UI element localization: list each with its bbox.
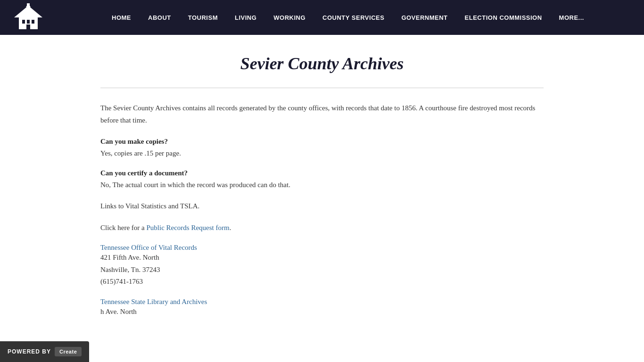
nav-county-services[interactable]: COUNTY SERVICES xyxy=(314,14,393,21)
powered-by-banner[interactable]: POWERED BY Create xyxy=(0,341,89,362)
svg-rect-5 xyxy=(32,20,34,24)
nav-about[interactable]: ABOUT xyxy=(140,14,180,21)
public-records-section: Click here for a Public Records Request … xyxy=(100,222,544,234)
svg-rect-7 xyxy=(26,25,30,29)
faq-copies: Can you make copies? Yes, copies are .15… xyxy=(100,138,544,160)
powered-by-label: POWERED BY xyxy=(8,348,51,355)
svg-marker-3 xyxy=(26,3,31,7)
horizontal-divider xyxy=(100,88,544,88)
tsla-link[interactable]: Tennessee State Library and Archives xyxy=(100,298,207,305)
vital-records-address1: 421 Fifth Ave. North xyxy=(100,252,544,264)
vital-records-address2: Nashville, Tn. 37243 xyxy=(100,264,544,276)
faq-certify-answer: No, The actual court in which the record… xyxy=(100,179,544,191)
navigation: HOME ABOUT TOURISM LIVING WORKING COUNTY… xyxy=(0,0,644,35)
public-records-suffix: . xyxy=(230,224,231,231)
vital-records-phone: (615)741-1763 xyxy=(100,276,544,288)
nav-government[interactable]: GOVERNMENT xyxy=(393,14,456,21)
faq-copies-question: Can you make copies? xyxy=(100,138,544,146)
public-records-link[interactable]: Public Records Request form xyxy=(146,224,229,231)
svg-rect-6 xyxy=(27,20,30,24)
nav-more[interactable]: MORE... xyxy=(551,14,593,21)
public-records-prefix: Click here for a xyxy=(100,224,146,231)
public-records-text: Click here for a Public Records Request … xyxy=(100,222,544,234)
intro-paragraph: The Sevier County Archives contains all … xyxy=(100,102,544,126)
links-section: Links to Vital Statistics and TSLA. xyxy=(100,200,544,213)
logo[interactable] xyxy=(9,3,47,32)
faq-certify-question: Can you certify a document? xyxy=(100,169,544,177)
nav-working[interactable]: WORKING xyxy=(265,14,314,21)
tsla-block: Tennessee State Library and Archives h A… xyxy=(100,297,544,318)
tsla-address1: h Ave. North xyxy=(100,306,544,318)
links-label: Links to Vital Statistics and TSLA. xyxy=(100,200,544,213)
nav-tourism[interactable]: TOURISM xyxy=(180,14,226,21)
nav-living[interactable]: LIVING xyxy=(226,14,265,21)
create-button[interactable]: Create xyxy=(55,347,82,356)
main-content: Sevier County Archives The Sevier County… xyxy=(91,35,553,346)
nav-links: HOME ABOUT TOURISM LIVING WORKING COUNTY… xyxy=(61,13,635,22)
page-title: Sevier County Archives xyxy=(100,54,544,74)
vital-records-block: Tennessee Office of Vital Records 421 Fi… xyxy=(100,243,544,288)
nav-election-commission[interactable]: ELECTION COMMISSION xyxy=(456,14,551,21)
faq-copies-answer: Yes, copies are .15 per page. xyxy=(100,148,544,160)
faq-certify: Can you certify a document? No, The actu… xyxy=(100,169,544,191)
vital-records-link[interactable]: Tennessee Office of Vital Records xyxy=(100,244,197,251)
svg-rect-4 xyxy=(22,20,25,24)
nav-home[interactable]: HOME xyxy=(103,14,140,21)
